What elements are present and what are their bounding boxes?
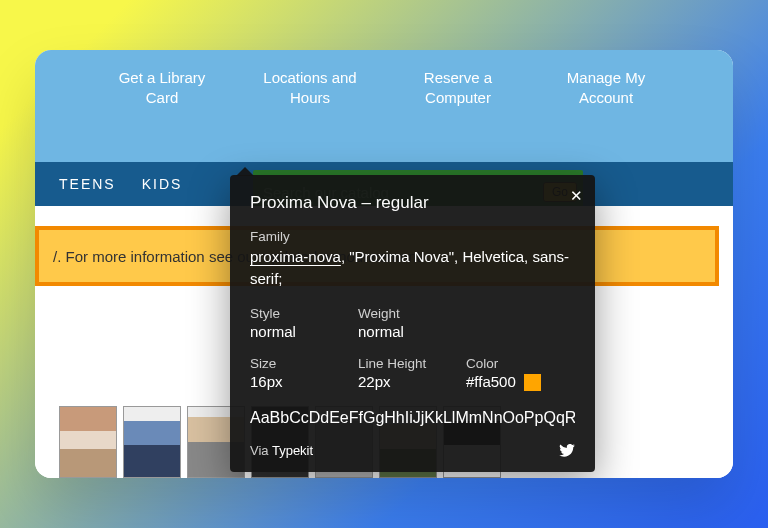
sub-nav-link-kids[interactable]: KIDS: [142, 176, 183, 192]
style-value: normal: [250, 323, 358, 340]
color-value: #ffa500: [466, 373, 574, 392]
top-nav-link-reserve-computer[interactable]: Reserve a Computer: [398, 68, 518, 109]
style-label: Style: [250, 306, 358, 321]
top-nav-link-library-card[interactable]: Get a Library Card: [102, 68, 222, 109]
header-bar: Get a Library Card Locations and Hours R…: [35, 50, 733, 162]
popover-arrow: [236, 167, 254, 176]
top-nav-link-locations[interactable]: Locations and Hours: [250, 68, 370, 109]
color-label: Color: [466, 356, 574, 371]
book-thumbnail[interactable]: [59, 406, 117, 478]
color-swatch: [524, 374, 541, 391]
twitter-icon[interactable]: [559, 444, 575, 457]
size-label: Size: [250, 356, 358, 371]
top-nav: Get a Library Card Locations and Hours R…: [35, 68, 733, 109]
lineheight-label: Line Height: [358, 356, 466, 371]
font-inspector-popover: ✕ Proxima Nova – regular Family proxima-…: [230, 175, 595, 472]
size-value: 16px: [250, 373, 358, 390]
sub-nav-link-teens[interactable]: TEENS: [59, 176, 116, 192]
book-thumbnail[interactable]: [123, 406, 181, 478]
lineheight-value: 22px: [358, 373, 466, 390]
browser-window: Get a Library Card Locations and Hours R…: [35, 50, 733, 478]
typekit-link[interactable]: Typekit: [272, 443, 313, 458]
font-source: Via Typekit: [250, 443, 313, 458]
close-icon[interactable]: ✕: [570, 187, 583, 205]
weight-value: normal: [358, 323, 466, 340]
top-nav-link-manage-account[interactable]: Manage My Account: [546, 68, 666, 109]
family-value: proxima-nova, "Proxima Nova", Helvetica,…: [250, 246, 575, 290]
family-label: Family: [250, 229, 575, 244]
family-primary-font[interactable]: proxima-nova: [250, 248, 341, 265]
weight-label: Weight: [358, 306, 466, 321]
font-sample: AaBbCcDdEeFfGgHhIiJjKkLlMmNnOoPpQqR: [250, 409, 575, 427]
popover-title: Proxima Nova – regular: [250, 193, 575, 213]
